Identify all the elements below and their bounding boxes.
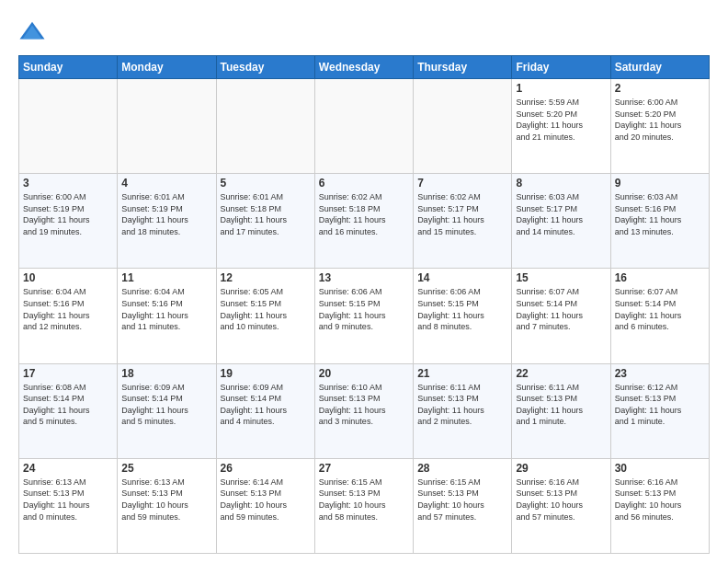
calendar-week-2: 3Sunrise: 6:00 AM Sunset: 5:19 PM Daylig… bbox=[19, 174, 710, 269]
day-info: Sunrise: 6:07 AM Sunset: 5:14 PM Dayligh… bbox=[615, 286, 705, 332]
day-number: 16 bbox=[615, 271, 705, 284]
day-number: 20 bbox=[319, 367, 409, 380]
day-info: Sunrise: 6:02 AM Sunset: 5:18 PM Dayligh… bbox=[319, 191, 409, 237]
day-info: Sunrise: 6:01 AM Sunset: 5:18 PM Dayligh… bbox=[221, 191, 311, 237]
day-info: Sunrise: 6:13 AM Sunset: 5:13 PM Dayligh… bbox=[121, 477, 211, 523]
weekday-header-tuesday: Tuesday bbox=[216, 56, 314, 79]
day-number: 28 bbox=[417, 462, 507, 475]
day-number: 10 bbox=[23, 271, 113, 284]
weekday-header-thursday: Thursday bbox=[414, 56, 512, 79]
day-info: Sunrise: 6:04 AM Sunset: 5:16 PM Dayligh… bbox=[23, 286, 113, 332]
day-number: 24 bbox=[23, 462, 113, 475]
calendar-cell: 23Sunrise: 6:12 AM Sunset: 5:13 PM Dayli… bbox=[610, 363, 709, 458]
calendar-cell: 19Sunrise: 6:09 AM Sunset: 5:14 PM Dayli… bbox=[216, 363, 314, 458]
day-info: Sunrise: 6:07 AM Sunset: 5:14 PM Dayligh… bbox=[516, 286, 606, 332]
calendar-cell: 21Sunrise: 6:11 AM Sunset: 5:13 PM Dayli… bbox=[414, 363, 512, 458]
day-info: Sunrise: 5:59 AM Sunset: 5:20 PM Dayligh… bbox=[516, 97, 606, 143]
day-number: 29 bbox=[516, 462, 606, 475]
calendar-cell: 26Sunrise: 6:14 AM Sunset: 5:13 PM Dayli… bbox=[216, 458, 314, 553]
day-info: Sunrise: 6:11 AM Sunset: 5:13 PM Dayligh… bbox=[516, 382, 606, 428]
day-number: 17 bbox=[23, 367, 113, 380]
day-number: 2 bbox=[615, 82, 705, 95]
day-info: Sunrise: 6:15 AM Sunset: 5:13 PM Dayligh… bbox=[417, 477, 507, 523]
weekday-header-row: SundayMondayTuesdayWednesdayThursdayFrid… bbox=[19, 56, 710, 79]
day-info: Sunrise: 6:02 AM Sunset: 5:17 PM Dayligh… bbox=[417, 191, 507, 237]
calendar-cell: 3Sunrise: 6:00 AM Sunset: 5:19 PM Daylig… bbox=[19, 174, 118, 269]
day-number: 30 bbox=[615, 462, 705, 475]
calendar-cell: 6Sunrise: 6:02 AM Sunset: 5:18 PM Daylig… bbox=[314, 174, 413, 269]
day-number: 27 bbox=[319, 462, 409, 475]
day-info: Sunrise: 6:13 AM Sunset: 5:13 PM Dayligh… bbox=[23, 477, 113, 523]
day-number: 19 bbox=[221, 367, 311, 380]
day-number: 22 bbox=[516, 367, 606, 380]
day-info: Sunrise: 6:06 AM Sunset: 5:15 PM Dayligh… bbox=[319, 286, 409, 332]
day-number: 21 bbox=[417, 367, 507, 380]
calendar-cell: 2Sunrise: 6:00 AM Sunset: 5:20 PM Daylig… bbox=[610, 79, 709, 174]
calendar-cell: 16Sunrise: 6:07 AM Sunset: 5:14 PM Dayli… bbox=[610, 269, 709, 363]
header bbox=[18, 18, 710, 46]
weekday-header-saturday: Saturday bbox=[610, 56, 709, 79]
day-number: 3 bbox=[23, 177, 113, 190]
day-info: Sunrise: 6:01 AM Sunset: 5:19 PM Dayligh… bbox=[121, 191, 211, 237]
day-info: Sunrise: 6:08 AM Sunset: 5:14 PM Dayligh… bbox=[23, 382, 113, 428]
day-info: Sunrise: 6:16 AM Sunset: 5:13 PM Dayligh… bbox=[615, 477, 705, 523]
calendar-cell: 18Sunrise: 6:09 AM Sunset: 5:14 PM Dayli… bbox=[118, 363, 216, 458]
calendar-cell: 17Sunrise: 6:08 AM Sunset: 5:14 PM Dayli… bbox=[19, 363, 118, 458]
calendar-cell: 25Sunrise: 6:13 AM Sunset: 5:13 PM Dayli… bbox=[118, 458, 216, 553]
calendar-cell bbox=[216, 79, 314, 174]
calendar-cell: 7Sunrise: 6:02 AM Sunset: 5:17 PM Daylig… bbox=[414, 174, 512, 269]
calendar-cell: 14Sunrise: 6:06 AM Sunset: 5:15 PM Dayli… bbox=[414, 269, 512, 363]
weekday-header-monday: Monday bbox=[118, 56, 216, 79]
day-info: Sunrise: 6:14 AM Sunset: 5:13 PM Dayligh… bbox=[221, 477, 311, 523]
calendar-cell: 27Sunrise: 6:15 AM Sunset: 5:13 PM Dayli… bbox=[314, 458, 413, 553]
day-info: Sunrise: 6:06 AM Sunset: 5:15 PM Dayligh… bbox=[417, 286, 507, 332]
day-number: 14 bbox=[417, 271, 507, 284]
day-info: Sunrise: 6:09 AM Sunset: 5:14 PM Dayligh… bbox=[121, 382, 211, 428]
calendar-cell: 29Sunrise: 6:16 AM Sunset: 5:13 PM Dayli… bbox=[512, 458, 610, 553]
day-info: Sunrise: 6:00 AM Sunset: 5:20 PM Dayligh… bbox=[615, 97, 705, 143]
weekday-header-friday: Friday bbox=[512, 56, 610, 79]
day-info: Sunrise: 6:15 AM Sunset: 5:13 PM Dayligh… bbox=[319, 477, 409, 523]
calendar-week-5: 24Sunrise: 6:13 AM Sunset: 5:13 PM Dayli… bbox=[19, 458, 710, 553]
calendar-cell bbox=[314, 79, 413, 174]
day-number: 4 bbox=[121, 177, 211, 190]
calendar-cell: 15Sunrise: 6:07 AM Sunset: 5:14 PM Dayli… bbox=[512, 269, 610, 363]
calendar-cell: 4Sunrise: 6:01 AM Sunset: 5:19 PM Daylig… bbox=[118, 174, 216, 269]
weekday-header-sunday: Sunday bbox=[19, 56, 118, 79]
calendar-week-3: 10Sunrise: 6:04 AM Sunset: 5:16 PM Dayli… bbox=[19, 269, 710, 363]
calendar-cell: 9Sunrise: 6:03 AM Sunset: 5:16 PM Daylig… bbox=[610, 174, 709, 269]
calendar-cell: 5Sunrise: 6:01 AM Sunset: 5:18 PM Daylig… bbox=[216, 174, 314, 269]
day-number: 6 bbox=[319, 177, 409, 190]
logo bbox=[18, 18, 50, 46]
day-number: 5 bbox=[221, 177, 311, 190]
day-info: Sunrise: 6:05 AM Sunset: 5:15 PM Dayligh… bbox=[221, 286, 311, 332]
day-info: Sunrise: 6:03 AM Sunset: 5:16 PM Dayligh… bbox=[615, 191, 705, 237]
calendar-cell: 28Sunrise: 6:15 AM Sunset: 5:13 PM Dayli… bbox=[414, 458, 512, 553]
day-info: Sunrise: 6:10 AM Sunset: 5:13 PM Dayligh… bbox=[319, 382, 409, 428]
day-info: Sunrise: 6:12 AM Sunset: 5:13 PM Dayligh… bbox=[615, 382, 705, 428]
day-number: 11 bbox=[121, 271, 211, 284]
day-number: 1 bbox=[516, 82, 606, 95]
day-info: Sunrise: 6:00 AM Sunset: 5:19 PM Dayligh… bbox=[23, 191, 113, 237]
day-number: 12 bbox=[221, 271, 311, 284]
day-info: Sunrise: 6:11 AM Sunset: 5:13 PM Dayligh… bbox=[417, 382, 507, 428]
day-number: 15 bbox=[516, 271, 606, 284]
calendar-cell bbox=[414, 79, 512, 174]
day-number: 7 bbox=[417, 177, 507, 190]
day-info: Sunrise: 6:04 AM Sunset: 5:16 PM Dayligh… bbox=[121, 286, 211, 332]
calendar-cell: 11Sunrise: 6:04 AM Sunset: 5:16 PM Dayli… bbox=[118, 269, 216, 363]
calendar-cell: 12Sunrise: 6:05 AM Sunset: 5:15 PM Dayli… bbox=[216, 269, 314, 363]
page: SundayMondayTuesdayWednesdayThursdayFrid… bbox=[0, 0, 728, 563]
day-number: 26 bbox=[221, 462, 311, 475]
calendar-table: SundayMondayTuesdayWednesdayThursdayFrid… bbox=[18, 55, 710, 554]
day-number: 25 bbox=[121, 462, 211, 475]
day-info: Sunrise: 6:16 AM Sunset: 5:13 PM Dayligh… bbox=[516, 477, 606, 523]
calendar-cell: 20Sunrise: 6:10 AM Sunset: 5:13 PM Dayli… bbox=[314, 363, 413, 458]
day-info: Sunrise: 6:09 AM Sunset: 5:14 PM Dayligh… bbox=[221, 382, 311, 428]
day-info: Sunrise: 6:03 AM Sunset: 5:17 PM Dayligh… bbox=[516, 191, 606, 237]
calendar-cell: 1Sunrise: 5:59 AM Sunset: 5:20 PM Daylig… bbox=[512, 79, 610, 174]
day-number: 23 bbox=[615, 367, 705, 380]
calendar-cell: 22Sunrise: 6:11 AM Sunset: 5:13 PM Dayli… bbox=[512, 363, 610, 458]
calendar-cell: 10Sunrise: 6:04 AM Sunset: 5:16 PM Dayli… bbox=[19, 269, 118, 363]
calendar-cell: 13Sunrise: 6:06 AM Sunset: 5:15 PM Dayli… bbox=[314, 269, 413, 363]
